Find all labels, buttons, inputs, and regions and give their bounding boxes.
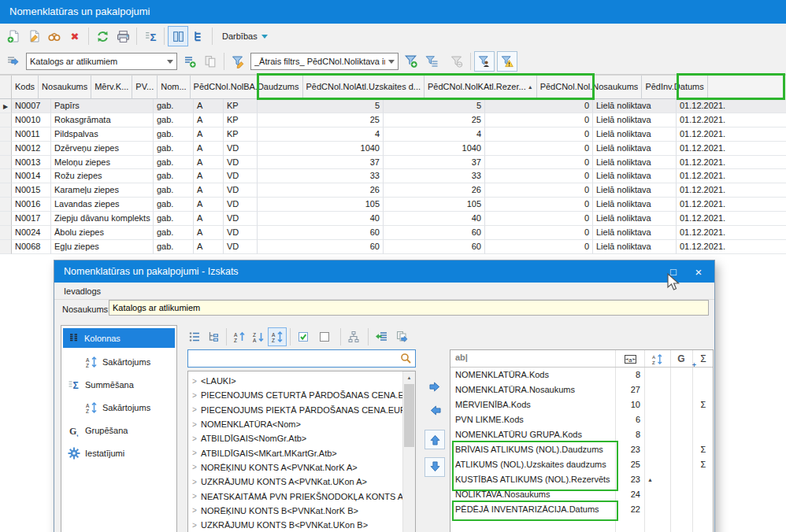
maximize-button[interactable]: □ [661, 260, 686, 283]
sum-button[interactable]: Σ [140, 26, 161, 46]
sort-desc-button[interactable]: ZA [249, 327, 268, 346]
selected-column-row[interactable]: NOMENKLATŪRA.Kods 8 [450, 368, 713, 382]
table-row[interactable]: ▶ N0011 Pildspalvas gab. A KP 4 4 0 Liel… [0, 127, 786, 142]
move-up-button[interactable] [425, 430, 445, 449]
move-down-button[interactable] [425, 457, 445, 477]
columns-view-button[interactable] [168, 26, 188, 46]
delete-record-button[interactable]: ✖ [65, 26, 85, 46]
filter-list-button[interactable] [421, 51, 442, 72]
sidebar-item-sakartojums-1[interactable]: Sakārtojums [80, 353, 175, 371]
fields-scrollbar[interactable]: ▲ [402, 371, 415, 532]
view-record-button[interactable] [44, 26, 65, 46]
column-header[interactable]: Kods ▲ [12, 76, 39, 99]
group-column-header[interactable]: G+ [672, 350, 691, 368]
column-header[interactable]: Nom... ▲ [158, 76, 190, 99]
field-list-item[interactable]: > ATBILDĪGAIS<MKart.MKartGr.Atb> [188, 445, 404, 460]
field-list-item[interactable]: > NORĒĶINU KONTS B<PVNKat.NorK B> [188, 504, 404, 518]
table-row[interactable]: ▶ N0024 Ābolu ziepes gab. A VD 60 60 0 L… [0, 226, 786, 240]
field-list-item[interactable]: > UZKRĀJUMU KONTS B<PVNKat.UKon B> [188, 518, 404, 532]
field-list-item[interactable]: > PIECENOJUMS PIEKTĀ PĀRDOŠANAS CENA.EUR… [188, 403, 404, 417]
chevron-right-icon[interactable]: > [188, 463, 201, 471]
field-list-item[interactable]: > UZKRĀJUMU KONTS A<PVNKat.UKon A> [188, 475, 404, 489]
scroll-up-icon[interactable]: ▲ [403, 371, 415, 383]
print-button[interactable] [113, 26, 133, 46]
chevron-right-icon[interactable]: > [188, 521, 201, 530]
add-view-button[interactable] [180, 51, 200, 72]
column-header[interactable]: Nosaukums ▲ [39, 76, 91, 99]
remove-column-button[interactable] [425, 401, 445, 420]
column-header[interactable]: PēdCNol.NolAtl.Uzskaites d... ▲ [303, 76, 425, 99]
table-row[interactable]: ▶ N0012 Dzērveņu ziepes gab. A VD 1040 1… [0, 142, 786, 156]
table-row[interactable]: ▶ N0013 Meloņu ziepes gab. A VD 37 37 0 … [0, 156, 786, 170]
add-column-button[interactable] [425, 377, 445, 397]
copy-view-button[interactable] [200, 51, 221, 72]
sidebar-item-kolonnas[interactable]: Kolonnas [63, 328, 175, 348]
column-header[interactable]: PēdCNol.NolBA.Daudzums ▲ [191, 76, 303, 99]
custom-sort-button[interactable] [185, 327, 204, 346]
sort-column-header[interactable] [646, 350, 668, 368]
chevron-right-icon[interactable]: > [188, 377, 201, 386]
table-row[interactable]: ▶ N0015 Karameļu ziepes gab. A VD 26 26 … [0, 183, 786, 198]
field-list-item[interactable]: > NOMENKLATŪRA<Nom> [188, 417, 404, 431]
refresh-button[interactable] [92, 26, 113, 46]
clear-filter-button[interactable] [447, 51, 467, 72]
column-header[interactable]: PV... ▲ [132, 76, 158, 99]
sidebar-item-summesana[interactable]: Σ Summēšana [63, 376, 175, 393]
sum-column-header[interactable]: Σ [694, 350, 713, 368]
selected-column-row[interactable]: NOMENKLATŪRA.Nosaukums 27 [450, 382, 713, 397]
column-header[interactable]: PēdInv.Datums ▲ [642, 76, 707, 99]
chevron-right-icon[interactable]: > [188, 391, 201, 400]
column-header[interactable]: PēdCNol.NolKAtl.Rezer... ▲ [425, 76, 537, 99]
field-list-item[interactable]: > <LAUKI> [188, 374, 404, 388]
chevron-right-icon[interactable]: > [188, 420, 201, 429]
uncheck-all-button[interactable] [315, 327, 334, 346]
sort-asc-button[interactable] [230, 327, 249, 346]
table-row[interactable]: ▶ N0007 Papīrs gab. A KP 5 5 0 Lielā nol… [0, 99, 786, 113]
name-input[interactable] [109, 300, 709, 316]
hierarchy-button[interactable] [344, 327, 363, 346]
chevron-right-icon[interactable]: > [188, 449, 201, 457]
sidebar-item-iestatijumi[interactable]: Iestatījumi [63, 445, 175, 462]
table-row[interactable]: ▶ N0068 Egļu ziepes gab. A VD 60 60 0 Li… [0, 240, 786, 254]
new-record-button[interactable] [3, 26, 24, 46]
selected-column-row[interactable]: MĒRVIENĪBA.Kods 10 Σ [450, 397, 713, 412]
move-columns-button[interactable] [372, 327, 391, 346]
table-row[interactable]: ▶ N0010 Rokasgrāmata gab. A KP 25 25 0 L… [0, 113, 786, 127]
width-column-header[interactable]: a [618, 350, 642, 368]
table-row[interactable]: ▶ N0016 Lavandas ziepes gab. A VD 105 10… [0, 198, 786, 212]
table-row[interactable]: ▶ N0017 Ziepju dāvanu komplekts gab. A V… [0, 212, 786, 226]
column-header[interactable]: Mērv.K... ▲ [91, 76, 132, 99]
warning-filter-button[interactable] [497, 51, 517, 72]
chevron-right-icon[interactable]: > [188, 492, 201, 501]
edit-record-button[interactable] [24, 26, 44, 46]
check-all-button[interactable] [294, 327, 313, 346]
apply-view-button[interactable] [3, 51, 24, 72]
user-filter-button[interactable] [474, 51, 495, 72]
tree-sort-button[interactable] [204, 327, 223, 346]
close-button[interactable]: × [686, 260, 711, 283]
field-list-item[interactable]: > NORĒĶINU KONTS A<PVNKat.NorK A> [188, 460, 404, 475]
sidebar-item-sakartojums-2[interactable]: Sakārtojums [80, 399, 175, 416]
chevron-right-icon[interactable]: > [188, 506, 201, 515]
chevron-right-icon[interactable]: > [188, 434, 201, 443]
sidebar-item-grupesana[interactable]: G, Grupēšana [63, 422, 175, 439]
add-filter-button[interactable] [401, 51, 421, 72]
table-row[interactable]: ▶ N0014 Rožu ziepes gab. A VD 33 33 0 Li… [0, 169, 786, 183]
column-header[interactable]: PēdCNol.Nol.Nosaukums ▲ [537, 76, 643, 99]
scrollbar-thumb[interactable] [404, 384, 414, 447]
edit-filter-button[interactable] [228, 51, 248, 72]
selected-column-row[interactable]: PVN LIKME.Kods 6 [450, 412, 713, 427]
field-list-item[interactable]: > NEATSKAITĀMĀ PVN PRIEKŠNODOKĻA KONTS A… [188, 489, 404, 503]
name-column-header[interactable]: ab| [455, 353, 468, 362]
actions-menu[interactable]: Darbības [222, 31, 268, 41]
chevron-right-icon[interactable]: > [188, 478, 201, 486]
chevron-right-icon[interactable]: > [188, 405, 201, 414]
field-search-input[interactable] [188, 351, 400, 366]
menu-item-ievadlogs[interactable]: Ievadlogs [54, 286, 101, 296]
tree-view-button[interactable] [188, 26, 209, 46]
view-selector-combobox[interactable]: Katalogs ar atlikumiem [26, 53, 177, 70]
sort-both-button[interactable] [268, 327, 287, 346]
field-list-item[interactable]: > ATBILDĪGAIS<NomGr.Atb> [188, 431, 404, 445]
quick-filter-combobox[interactable]: _Ātrais filtrs_ PēdCNol.Noliktava ir LN [250, 53, 399, 70]
copy-columns-button[interactable] [393, 327, 412, 346]
